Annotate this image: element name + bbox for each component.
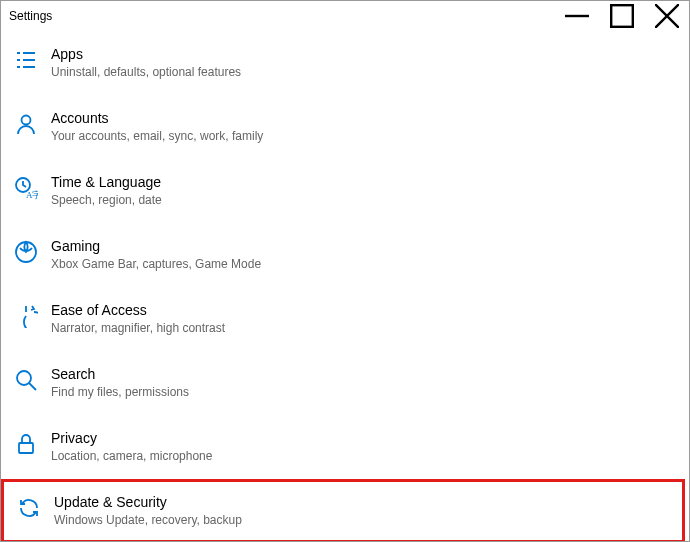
privacy-icon bbox=[13, 431, 39, 457]
category-title: Gaming bbox=[51, 237, 261, 255]
category-desc: Windows Update, recovery, backup bbox=[54, 512, 242, 529]
window-controls bbox=[554, 1, 689, 31]
svg-line-12 bbox=[29, 383, 36, 390]
svg-rect-0 bbox=[611, 5, 633, 27]
category-desc: Speech, region, date bbox=[51, 192, 162, 209]
category-text: Update & Security Windows Update, recove… bbox=[54, 493, 242, 529]
titlebar: Settings bbox=[1, 1, 689, 31]
category-privacy[interactable]: Privacy Location, camera, microphone bbox=[13, 415, 689, 479]
category-text: Accounts Your accounts, email, sync, wor… bbox=[51, 109, 263, 145]
category-title: Search bbox=[51, 365, 189, 383]
maximize-icon bbox=[610, 4, 634, 28]
window-title: Settings bbox=[9, 9, 52, 23]
category-text: Ease of Access Narrator, magnifier, high… bbox=[51, 301, 225, 337]
category-desc: Uninstall, defaults, optional features bbox=[51, 64, 241, 81]
category-desc: Xbox Game Bar, captures, Game Mode bbox=[51, 256, 261, 273]
maximize-button[interactable] bbox=[599, 1, 644, 31]
category-title: Apps bbox=[51, 45, 241, 63]
category-title: Time & Language bbox=[51, 173, 162, 191]
category-text: Privacy Location, camera, microphone bbox=[51, 429, 212, 465]
apps-icon bbox=[13, 47, 39, 73]
category-gaming[interactable]: Gaming Xbox Game Bar, captures, Game Mod… bbox=[13, 223, 689, 287]
minimize-button[interactable] bbox=[554, 1, 599, 31]
svg-point-7 bbox=[22, 115, 31, 124]
close-icon bbox=[655, 4, 679, 28]
category-desc: Location, camera, microphone bbox=[51, 448, 212, 465]
category-time-language[interactable]: A字 Time & Language Speech, region, date bbox=[13, 159, 689, 223]
minimize-icon bbox=[565, 4, 589, 28]
search-icon bbox=[13, 367, 39, 393]
category-desc: Narrator, magnifier, high contrast bbox=[51, 320, 225, 337]
accounts-icon bbox=[13, 111, 39, 137]
svg-text:A字: A字 bbox=[26, 190, 38, 200]
category-text: Search Find my files, permissions bbox=[51, 365, 189, 401]
category-update-security[interactable]: Update & Security Windows Update, recove… bbox=[1, 479, 685, 542]
svg-point-11 bbox=[17, 371, 31, 385]
category-text: Apps Uninstall, defaults, optional featu… bbox=[51, 45, 241, 81]
update-security-icon bbox=[16, 495, 42, 521]
settings-categories: Apps Uninstall, defaults, optional featu… bbox=[1, 31, 689, 542]
ease-of-access-icon bbox=[13, 303, 39, 329]
category-apps[interactable]: Apps Uninstall, defaults, optional featu… bbox=[13, 31, 689, 95]
category-text: Time & Language Speech, region, date bbox=[51, 173, 162, 209]
category-title: Privacy bbox=[51, 429, 212, 447]
category-desc: Find my files, permissions bbox=[51, 384, 189, 401]
category-title: Ease of Access bbox=[51, 301, 225, 319]
gaming-icon bbox=[13, 239, 39, 265]
category-text: Gaming Xbox Game Bar, captures, Game Mod… bbox=[51, 237, 261, 273]
svg-rect-13 bbox=[19, 443, 33, 453]
category-title: Update & Security bbox=[54, 493, 242, 511]
category-ease-of-access[interactable]: Ease of Access Narrator, magnifier, high… bbox=[13, 287, 689, 351]
category-accounts[interactable]: Accounts Your accounts, email, sync, wor… bbox=[13, 95, 689, 159]
category-title: Accounts bbox=[51, 109, 263, 127]
close-button[interactable] bbox=[644, 1, 689, 31]
time-language-icon: A字 bbox=[13, 175, 39, 201]
category-search[interactable]: Search Find my files, permissions bbox=[13, 351, 689, 415]
category-desc: Your accounts, email, sync, work, family bbox=[51, 128, 263, 145]
